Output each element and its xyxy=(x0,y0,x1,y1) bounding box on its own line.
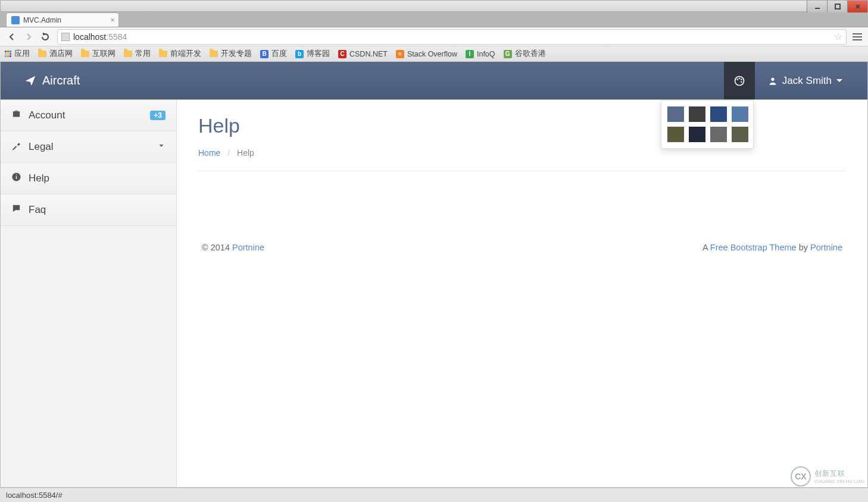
brand[interactable]: Aircraft xyxy=(24,74,80,87)
sidebar-item-label: Account xyxy=(29,109,65,121)
bookmark-label: 酒店网 xyxy=(49,49,73,59)
theme-swatch[interactable] xyxy=(732,106,748,122)
content: Help Home / Help © 2014 Portnine A Free … xyxy=(177,100,867,487)
briefcase-icon xyxy=(11,109,21,122)
browser-toolbar: localhost:5584 ☆ xyxy=(0,27,868,46)
footer: © 2014 Portnine A Free Bootstrap Theme b… xyxy=(198,243,846,252)
footer-right: A Free Bootstrap Theme by Portnine xyxy=(702,243,842,252)
sidebar-item-help[interactable]: Help xyxy=(1,163,176,194)
user-icon xyxy=(768,76,778,86)
window-minimize-button[interactable] xyxy=(807,1,827,12)
theme-swatch[interactable] xyxy=(689,106,705,122)
bookmark-item[interactable]: 常用 xyxy=(124,49,151,59)
apps-icon xyxy=(5,51,11,57)
theme-color-panel xyxy=(661,100,754,149)
svg-point-8 xyxy=(741,81,742,83)
svg-point-6 xyxy=(739,77,741,79)
theme-swatch[interactable] xyxy=(710,127,727,142)
theme-palette-button[interactable] xyxy=(724,62,755,99)
theme-swatch[interactable] xyxy=(710,106,727,122)
user-name: Jack Smith xyxy=(782,75,832,87)
svg-point-7 xyxy=(741,79,742,80)
breadcrumb-separator: / xyxy=(227,148,230,158)
bookmark-label: CSDN.NET xyxy=(349,50,388,58)
bookmark-item[interactable]: CCSDN.NET xyxy=(338,50,388,58)
bookmark-item[interactable]: 前端开发 xyxy=(159,49,201,59)
status-text: localhost:5584/# xyxy=(6,491,63,500)
brand-label: Aircraft xyxy=(42,74,80,87)
bookmark-item[interactable]: 开发专题 xyxy=(210,49,252,59)
browser-tab-strip: MVC.Admin × xyxy=(0,12,868,27)
folder-icon xyxy=(124,51,132,57)
sidebar-item-account[interactable]: Account+3 xyxy=(1,100,176,131)
browser-tab[interactable]: MVC.Admin × xyxy=(6,12,119,27)
footer-portnine-link[interactable]: Portnine xyxy=(232,243,264,252)
bookmark-label: 开发专题 xyxy=(221,49,252,59)
breadcrumb: Home / Help xyxy=(198,148,846,171)
badge: +3 xyxy=(150,111,166,120)
bookmark-item[interactable]: 酒店网 xyxy=(38,49,73,59)
browser-reload-button[interactable] xyxy=(37,29,54,45)
sidebar-item-faq[interactable]: Faq xyxy=(1,194,176,226)
url-port: :5584 xyxy=(106,32,127,42)
site-favicon: B xyxy=(260,50,268,58)
sidebar: Account+3LegalHelpFaq xyxy=(1,100,177,487)
gavel-icon xyxy=(11,140,21,153)
site-favicon: b xyxy=(295,50,304,58)
svg-rect-12 xyxy=(16,174,17,175)
footer-copy: © 2014 xyxy=(202,243,232,252)
sidebar-item-label: Help xyxy=(29,172,49,184)
page-icon xyxy=(61,33,70,41)
browser-back-button[interactable] xyxy=(4,29,20,45)
footer-theme-link[interactable]: Free Bootstrap Theme xyxy=(710,243,797,252)
theme-swatch[interactable] xyxy=(667,127,684,142)
sidebar-item-label: Faq xyxy=(29,204,46,216)
bookmark-label: Stack Overflow xyxy=(407,50,457,58)
address-bar[interactable]: localhost:5584 ☆ xyxy=(57,29,847,45)
svg-rect-1 xyxy=(835,4,840,9)
bookmark-item[interactable]: 互联网 xyxy=(81,49,115,59)
browser-menu-button[interactable] xyxy=(850,30,864,44)
folder-icon xyxy=(159,51,167,57)
bookmark-star-icon[interactable]: ☆ xyxy=(834,31,842,42)
bookmark-item[interactable]: 应用 xyxy=(5,49,30,59)
folder-icon xyxy=(210,51,218,57)
bookmark-item[interactable]: G谷歌香港 xyxy=(504,49,546,59)
bookmark-label: 应用 xyxy=(14,49,30,59)
site-favicon: C xyxy=(338,50,346,58)
svg-point-9 xyxy=(771,77,774,80)
tab-close-button[interactable]: × xyxy=(110,15,115,24)
footer-portnine-link-2[interactable]: Portnine xyxy=(810,243,842,252)
theme-swatch[interactable] xyxy=(732,127,748,142)
bookmark-label: 博客园 xyxy=(307,49,330,59)
bookmark-item[interactable]: b博客园 xyxy=(295,49,330,59)
breadcrumb-current: Help xyxy=(237,148,254,158)
window-maximize-button[interactable] xyxy=(827,1,847,12)
caret-down-icon xyxy=(836,79,842,82)
bookmark-item[interactable]: IInfoQ xyxy=(466,50,495,58)
window-close-button[interactable] xyxy=(847,1,867,12)
site-favicon: I xyxy=(466,50,474,58)
chevron-down-icon xyxy=(157,141,166,153)
site-favicon: ≡ xyxy=(396,50,404,58)
sidebar-item-label: Legal xyxy=(29,141,54,153)
theme-swatch[interactable] xyxy=(689,127,705,142)
url-host: localhost xyxy=(73,32,106,42)
user-menu[interactable]: Jack Smith xyxy=(755,62,855,99)
bookmark-item[interactable]: ≡Stack Overflow xyxy=(396,50,457,58)
bookmark-item[interactable]: B百度 xyxy=(260,49,287,59)
breadcrumb-home[interactable]: Home xyxy=(198,148,220,158)
main-layout: Account+3LegalHelpFaq Help Home / Help ©… xyxy=(0,100,868,488)
folder-icon xyxy=(38,51,46,57)
footer-right-prefix: A xyxy=(702,243,710,252)
sidebar-item-legal[interactable]: Legal xyxy=(1,131,176,163)
window-title-bar xyxy=(0,0,868,12)
info-icon xyxy=(11,172,21,185)
theme-swatch[interactable] xyxy=(667,106,684,122)
watermark: CX 创新互联 CHUANG XIN HU LIAN xyxy=(791,466,864,487)
app-header: Aircraft Jack Smith xyxy=(0,62,868,100)
site-favicon: G xyxy=(504,50,512,58)
bookmark-label: 谷歌香港 xyxy=(515,49,546,59)
paper-plane-icon xyxy=(24,75,36,87)
browser-forward-button[interactable] xyxy=(20,29,37,45)
